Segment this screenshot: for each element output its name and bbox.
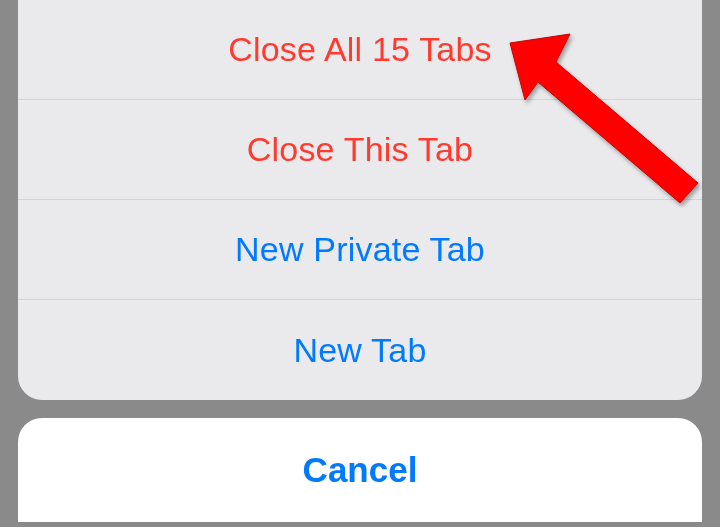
options-sheet: Close All 15 Tabs Close This Tab New Pri… <box>18 0 702 400</box>
action-sheet-container: Close All 15 Tabs Close This Tab New Pri… <box>18 0 702 527</box>
new-tab-button[interactable]: New Tab <box>18 300 702 400</box>
option-label: Close This Tab <box>247 130 473 169</box>
option-label: New Tab <box>293 331 426 370</box>
cancel-label: Cancel <box>303 450 418 490</box>
close-this-tab-button[interactable]: Close This Tab <box>18 100 702 200</box>
cancel-button[interactable]: Cancel <box>18 418 702 522</box>
option-label: Close All 15 Tabs <box>228 30 492 69</box>
close-all-tabs-button[interactable]: Close All 15 Tabs <box>18 0 702 100</box>
new-private-tab-button[interactable]: New Private Tab <box>18 200 702 300</box>
option-label: New Private Tab <box>235 230 485 269</box>
